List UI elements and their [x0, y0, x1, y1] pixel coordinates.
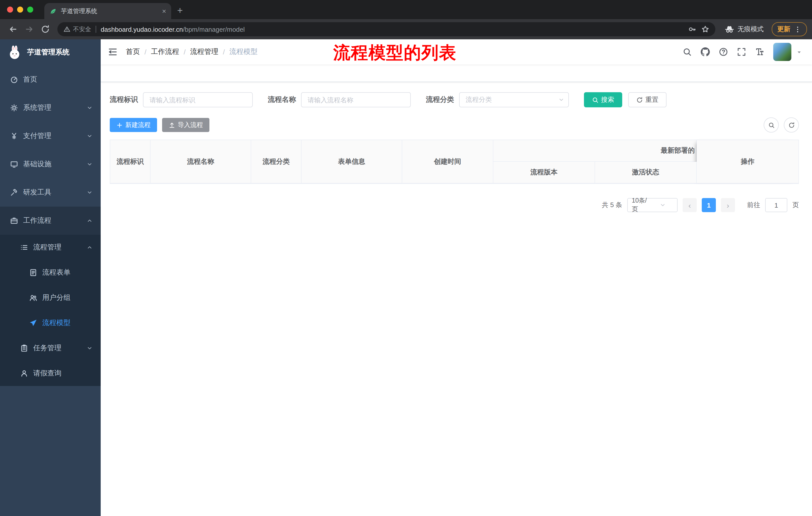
sidebar-item-label: 工作流程 [23, 216, 51, 225]
chevron-down-icon [652, 202, 673, 208]
process-table: 流程标识 流程名称 流程分类 表单信息 创建时间 最新部署的 操作 流程版本 激… [110, 140, 799, 184]
breadcrumb-process-mgmt[interactable]: 流程管理 [190, 47, 219, 56]
sidebar-item-infrastructure[interactable]: 基础设施 [0, 150, 101, 179]
chevron-down-icon [87, 345, 93, 351]
import-process-button[interactable]: 导入流程 [162, 118, 209, 132]
navbar-actions [683, 43, 802, 61]
sidebar-item-dev-tools[interactable]: 研发工具 [0, 179, 101, 207]
address-bar[interactable]: 不安全 dashboard.yudao.iocoder.cn /bpm/mana… [57, 22, 715, 36]
tools-icon [10, 188, 18, 196]
goto-page-input[interactable] [765, 198, 787, 212]
minimize-window-button[interactable] [17, 6, 23, 12]
briefcase-icon [10, 217, 18, 225]
pagination: 共 5 条 10条/页 ‹ 1 › 前往 页 [110, 198, 799, 212]
collapse-sidebar-icon[interactable] [108, 47, 118, 57]
col-header-name: 流程名称 [150, 140, 251, 184]
security-chip[interactable]: 不安全 [63, 25, 91, 33]
reload-button[interactable] [41, 25, 50, 34]
browser-tab[interactable]: 芋道管理系统 × [44, 3, 171, 19]
col-header-ops: 操作 [697, 140, 799, 184]
plus-icon [116, 122, 123, 128]
tags-bar [101, 64, 812, 82]
sidebar-item-label: 支付管理 [23, 132, 51, 141]
back-button[interactable] [8, 25, 18, 34]
chevron-down-icon [87, 133, 93, 139]
sidebar: 芋道管理系统 首页系统管理支付管理基础设施研发工具工作流程流程管理流程表单用户分… [0, 39, 101, 516]
sidebar-item-system-mgmt[interactable]: 系统管理 [0, 94, 101, 122]
refresh-table-button[interactable] [784, 117, 799, 133]
breadcrumb-home[interactable]: 首页 [126, 47, 140, 56]
font-size-icon[interactable] [755, 47, 764, 56]
github-icon[interactable] [701, 47, 710, 56]
upload-icon [169, 122, 175, 128]
user-icon [20, 369, 28, 377]
sidebar-item-label: 用户分组 [42, 293, 70, 302]
sidebar-item-payment-mgmt[interactable]: 支付管理 [0, 122, 101, 150]
sidebar-item-label: 首页 [23, 75, 37, 84]
category-select[interactable]: 流程分类 [459, 92, 569, 107]
search-icon[interactable] [683, 47, 692, 56]
sidebar-item-label: 基础设施 [23, 160, 51, 169]
zoom-window-button[interactable] [27, 6, 33, 12]
current-page-button[interactable]: 1 [702, 198, 716, 212]
chevron-up-icon [87, 244, 93, 250]
prev-page-button[interactable]: ‹ [683, 198, 697, 212]
help-icon[interactable] [719, 47, 728, 56]
page-size-select[interactable]: 10条/页 [627, 198, 677, 212]
sidebar-item-label: 流程模型 [42, 319, 70, 328]
url-path: /bpm/manager/model [183, 25, 245, 33]
sidebar-item-task-mgmt[interactable]: 任务管理 [0, 335, 101, 361]
breadcrumb: 首页 / 工作流程 / 流程管理 / 流程模型 [126, 47, 258, 56]
favicon [49, 7, 57, 15]
url-host: dashboard.yudao.iocoder.cn [101, 25, 183, 33]
col-header-active: 激活状态 [595, 162, 697, 184]
bookmark-star-icon[interactable] [701, 25, 709, 33]
filter-form: 流程标识 流程名称 流程分类 流程分类 [110, 92, 799, 107]
app-logo: 芋道管理系统 [0, 39, 101, 65]
table-toolbar: 新建流程 导入流程 [110, 117, 799, 133]
process-id-input[interactable] [143, 92, 253, 107]
sidebar-item-home[interactable]: 首页 [0, 65, 101, 94]
new-tab-button[interactable]: + [177, 5, 183, 16]
sidebar-item-leave-query[interactable]: 请假查询 [0, 361, 101, 386]
process-name-input[interactable] [301, 92, 411, 107]
red-annotation: 流程模型的列表 [333, 41, 457, 64]
sidebar-item-label: 系统管理 [23, 103, 51, 112]
fullscreen-icon[interactable] [737, 47, 746, 56]
app-title: 芋道管理系统 [27, 48, 69, 57]
breadcrumb-workflow[interactable]: 工作流程 [151, 47, 179, 56]
sidebar-item-user-group[interactable]: 用户分组 [0, 285, 101, 310]
warning-icon [63, 26, 70, 33]
filter-label-category: 流程分类 [426, 95, 454, 104]
chevron-down-icon [87, 189, 93, 195]
next-page-button[interactable]: › [721, 198, 735, 212]
refresh-icon [636, 97, 643, 103]
breadcrumb-current: 流程模型 [229, 47, 258, 56]
logo-rabbit-icon [7, 45, 22, 60]
sidebar-item-process-form[interactable]: 流程表单 [0, 260, 101, 285]
create-process-button[interactable]: 新建流程 [110, 118, 157, 132]
sidebar-item-process-mgmt[interactable]: 流程管理 [0, 235, 101, 260]
browser-update-button[interactable]: 更新 [772, 22, 807, 36]
tab-strip: 芋道管理系统 × + [0, 0, 812, 19]
avatar[interactable] [773, 43, 791, 61]
forward-button[interactable] [25, 25, 34, 34]
reset-button[interactable]: 重置 [628, 92, 667, 107]
sidebar-item-label: 请假查询 [33, 369, 61, 378]
close-window-button[interactable] [7, 6, 13, 12]
col-header-id: 流程标识 [110, 140, 150, 184]
sidebar-item-workflow[interactable]: 工作流程 [0, 207, 101, 235]
sidebar-item-process-model[interactable]: 流程模型 [0, 310, 101, 335]
update-label: 更新 [777, 25, 790, 34]
browser-menu-dots-icon[interactable] [794, 25, 802, 33]
key-icon[interactable] [688, 25, 696, 33]
search-button[interactable]: 搜索 [584, 92, 622, 107]
top-navbar: 首页 / 工作流程 / 流程管理 / 流程模型 流程模型的列表 [101, 39, 812, 64]
sidebar-menu: 首页系统管理支付管理基础设施研发工具工作流程流程管理流程表单用户分组流程模型任务… [0, 65, 101, 516]
chevron-down-icon [558, 97, 564, 103]
send-icon [29, 319, 37, 327]
form-icon [29, 269, 37, 277]
yen-icon [10, 132, 18, 140]
close-tab-icon[interactable]: × [162, 7, 166, 15]
toggle-search-button[interactable] [764, 117, 779, 133]
